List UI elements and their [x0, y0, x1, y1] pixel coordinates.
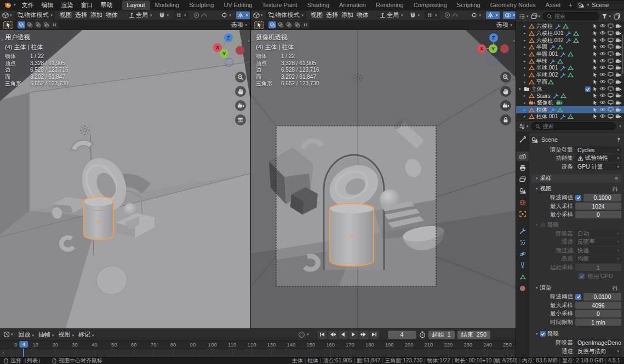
new-collection-button[interactable]	[613, 13, 621, 20]
select-extend-button[interactable]	[277, 21, 284, 28]
viewport-menu-item[interactable]: 物体	[104, 11, 119, 19]
zoom-button[interactable]	[500, 72, 511, 83]
properties-search-input[interactable]: 搜索	[531, 122, 616, 130]
viewport-menu-item[interactable]: 选择	[73, 11, 89, 19]
frame-start-field[interactable]: 起始1	[428, 331, 455, 339]
timeline-ruler[interactable]: 0102030405060708090100110120130140150160…	[0, 340, 516, 349]
tab-object[interactable]	[517, 209, 529, 218]
jump-to-end-button[interactable]	[370, 331, 379, 339]
mode-dropdown[interactable]: 物体模式▾	[266, 11, 306, 19]
property-value-field[interactable]: 反照率▾	[575, 238, 621, 246]
disable-render-icon[interactable]	[615, 79, 622, 84]
disable-render-icon[interactable]	[615, 59, 622, 63]
outliner-search-input[interactable]: 搜索	[542, 12, 599, 20]
render-denoise-subpanel[interactable]: ▾ 降噪	[531, 330, 621, 338]
select-extend-button[interactable]	[26, 21, 33, 28]
jump-to-start-button[interactable]	[318, 331, 327, 339]
editor-type-button[interactable]: ▾	[519, 123, 529, 130]
disable-viewport-icon[interactable]	[608, 93, 614, 98]
properties-options-dropdown[interactable]: ▾	[619, 124, 621, 129]
tool-options-dropdown[interactable]: 选项▾	[231, 21, 247, 29]
navigation-gizmo[interactable]: Z X Y	[474, 32, 510, 68]
sampling-viewport-subpanel[interactable]: ▾视图	[531, 185, 621, 193]
expand-caret[interactable]: ▸	[524, 59, 529, 63]
hide-eye-icon[interactable]	[599, 51, 606, 56]
outliner-item[interactable]: ▸ 六棱柱.002	[516, 37, 624, 44]
workspace-tab[interactable]: Texture Paint	[257, 1, 302, 10]
expand-caret[interactable]: ▸	[524, 80, 529, 84]
editor-type-button[interactable]: ▾	[2, 12, 12, 19]
disable-render-icon[interactable]	[615, 31, 622, 36]
disable-render-icon[interactable]	[615, 107, 622, 112]
property-value-field[interactable]: 0.1000	[583, 194, 621, 201]
tab-view-layer[interactable]	[517, 175, 529, 184]
tab-physics[interactable]	[517, 249, 529, 258]
expand-caret[interactable]: ▸	[524, 52, 529, 56]
selectable-toggle-icon[interactable]	[592, 59, 598, 64]
disable-viewport-icon[interactable]	[608, 72, 614, 77]
disable-render-icon[interactable]	[615, 114, 622, 119]
property-dropdown[interactable]: 试验特性▾	[575, 154, 621, 162]
viewport-menu-item[interactable]: 视图	[58, 11, 73, 19]
outliner-item[interactable]: ▸ 柱体	[516, 106, 624, 113]
workspace-tab[interactable]: Animation	[334, 1, 371, 10]
property-dropdown[interactable]: OpenImageDenoise▾	[575, 339, 621, 346]
snap-toggle[interactable]: ▾	[408, 11, 422, 19]
active-tool-tweak-button[interactable]	[254, 21, 264, 29]
viewport-menu-item[interactable]: 选择	[324, 11, 340, 19]
transform-orientation-dropdown[interactable]: 全局▾	[127, 11, 154, 19]
checkbox-checked[interactable]	[575, 195, 581, 201]
selectable-toggle-icon[interactable]	[592, 24, 598, 29]
selectable-toggle-icon[interactable]	[592, 107, 598, 113]
gizmo-z-axis[interactable]: Z	[489, 33, 498, 42]
outliner-item[interactable]: ▸ 半球.001	[516, 65, 624, 72]
disable-render-icon[interactable]	[615, 86, 622, 91]
disable-viewport-icon[interactable]	[608, 38, 614, 43]
checkbox-checked[interactable]	[575, 294, 581, 300]
gizmo-y-axis[interactable]: Y	[489, 44, 497, 53]
select-intersect-button[interactable]	[301, 21, 309, 28]
property-dropdown[interactable]: Cycles▾	[575, 146, 621, 154]
disable-viewport-icon[interactable]	[608, 100, 614, 105]
next-keyframe-button[interactable]	[359, 331, 369, 339]
outliner-item[interactable]: ▸ 摄像机	[516, 100, 624, 107]
selectability-dropdown[interactable]: ▾	[470, 11, 483, 19]
gizmo-y-neg-axis[interactable]	[233, 37, 242, 45]
workspace-tab[interactable]: Modeling	[150, 1, 185, 10]
property-value-field[interactable]: 1024	[575, 203, 621, 210]
tab-constraints[interactable]	[517, 261, 529, 270]
select-intersect-button[interactable]	[50, 21, 58, 28]
workspace-tab[interactable]: Layout	[122, 1, 150, 10]
selectability-dropdown[interactable]: ▾	[220, 11, 233, 19]
expand-caret[interactable]: ▸	[524, 101, 529, 105]
tab-tool[interactable]	[517, 135, 529, 144]
preset-sliders-icon[interactable]	[612, 186, 618, 192]
collection-checkbox[interactable]	[585, 86, 591, 92]
selectable-toggle-icon[interactable]	[592, 79, 598, 85]
property-value-field[interactable]: 自动▾	[575, 230, 621, 238]
cylinder-object-selected[interactable]	[330, 204, 374, 266]
disable-render-icon[interactable]	[615, 44, 622, 49]
proportional-editing-toggle[interactable]	[192, 11, 209, 19]
disable-viewport-icon[interactable]	[608, 31, 614, 36]
workspace-tab[interactable]: Shading	[302, 1, 334, 10]
property-value-field[interactable]: 0.0100	[583, 293, 621, 301]
use-preview-range-icon[interactable]	[419, 331, 426, 338]
show-overlays-toggle[interactable]: ▾	[503, 11, 516, 19]
selectable-toggle-icon[interactable]	[592, 86, 598, 92]
filter-id-type-dropdown[interactable]: ▾	[531, 13, 541, 19]
gizmo-x-neg-axis[interactable]	[236, 46, 244, 55]
outliner-item[interactable]: ▸ 半圆.001	[516, 51, 624, 58]
outliner-item[interactable]: ▸ 六棱柱	[516, 23, 624, 30]
sampling-render-subpanel[interactable]: ▾渲染	[531, 284, 621, 292]
outliner-item[interactable]: ▸ 半圆	[516, 44, 624, 51]
disable-render-icon[interactable]	[615, 100, 622, 105]
camera-view-button[interactable]	[500, 100, 511, 111]
hide-eye-icon[interactable]	[599, 44, 606, 49]
scene-selector[interactable]: ▾ Scene	[576, 1, 624, 9]
cylinder-object-selected[interactable]	[84, 197, 113, 240]
play-reverse-button[interactable]	[339, 331, 348, 339]
topbar-menu-item[interactable]: 渲染	[58, 1, 77, 9]
active-tool-tweak-button[interactable]	[3, 21, 13, 29]
timeline-menu-item[interactable]: 插帧	[36, 331, 56, 339]
